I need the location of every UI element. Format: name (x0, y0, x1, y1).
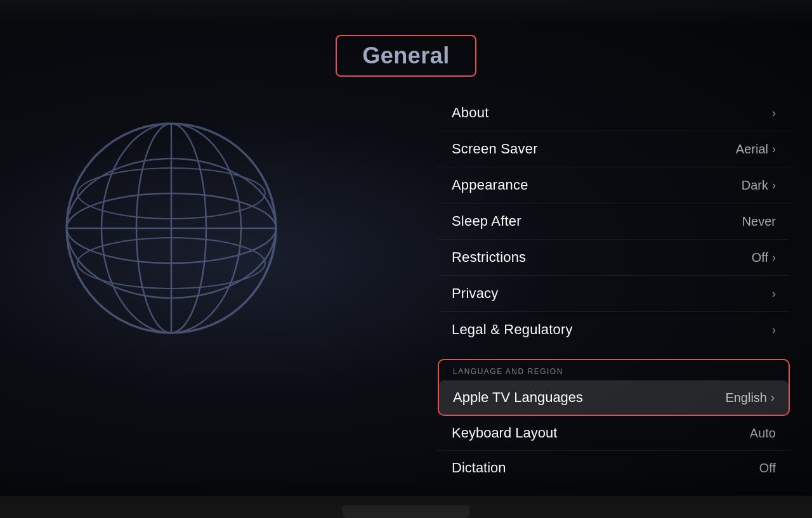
appletv-languages-value: English (725, 391, 767, 405)
keyboard-layout-label: Keyboard Layout (452, 425, 557, 441)
menu-item-sleep-right: Never (742, 214, 776, 229)
menu-item-sleep[interactable]: Sleep After Never (438, 204, 790, 240)
appletv-languages-chevron-icon: › (771, 391, 775, 405)
keyboard-layout-value: Auto (750, 426, 776, 441)
dictation-label: Dictation (452, 460, 506, 476)
menu-item-legal-label: Legal & Regulatory (452, 321, 573, 338)
menu-item-legal-right: › (772, 323, 776, 337)
sleep-value: Never (742, 214, 776, 229)
menu-item-appletv-languages[interactable]: Apple TV Languages English › (439, 380, 789, 415)
globe-illustration (51, 108, 292, 349)
language-section-title: LANGUAGE AND REGION (453, 367, 563, 376)
privacy-chevron-icon: › (772, 287, 776, 301)
appletv-languages-right: English › (725, 391, 775, 405)
menu-item-privacy[interactable]: Privacy › (438, 276, 790, 312)
menu-item-restrictions-right: Off › (752, 250, 776, 265)
appearance-value: Dark (742, 178, 768, 193)
menu-item-appearance-right: Dark › (742, 178, 776, 193)
keyboard-layout-item[interactable]: Keyboard Layout Auto (438, 416, 790, 451)
menu-item-privacy-right: › (772, 287, 776, 301)
menu-item-about-right: › (772, 107, 776, 120)
menu-item-about-label: About (452, 105, 489, 121)
menu-item-appearance[interactable]: Appearance Dark › (438, 167, 790, 204)
menu-item-sleep-label: Sleep After (452, 213, 521, 230)
tv-screen: General About › Screen Saver Aerial › Ap… (0, 0, 812, 518)
settings-menu: About › Screen Saver Aerial › Appearance… (438, 95, 790, 485)
menu-item-screensaver-right: Aerial › (736, 142, 776, 157)
page-title-wrapper: General (336, 35, 476, 77)
screensaver-value: Aerial (736, 142, 768, 157)
language-region-section: LANGUAGE AND REGION Apple TV Languages E… (438, 359, 790, 416)
language-section-header: LANGUAGE AND REGION (439, 360, 789, 380)
tv-stand (343, 505, 469, 518)
restrictions-chevron-icon: › (772, 251, 776, 264)
menu-item-privacy-label: Privacy (452, 285, 499, 302)
dictation-item[interactable]: Dictation Off (438, 451, 790, 485)
appearance-chevron-icon: › (772, 179, 776, 192)
page-title: General (336, 35, 476, 77)
menu-item-appearance-label: Appearance (452, 177, 528, 193)
about-chevron-icon: › (772, 107, 776, 120)
legal-chevron-icon: › (772, 323, 776, 337)
menu-item-legal[interactable]: Legal & Regulatory › (438, 312, 790, 347)
dictation-value: Off (759, 461, 776, 476)
restrictions-value: Off (752, 250, 768, 265)
screensaver-chevron-icon: › (772, 143, 776, 156)
menu-item-screensaver-label: Screen Saver (452, 141, 538, 157)
menu-item-screensaver[interactable]: Screen Saver Aerial › (438, 131, 790, 167)
menu-item-restrictions-label: Restrictions (452, 249, 526, 266)
appletv-languages-label: Apple TV Languages (453, 389, 583, 406)
menu-item-restrictions[interactable]: Restrictions Off › (438, 240, 790, 276)
tv-bezel-bottom (0, 496, 812, 518)
menu-item-about[interactable]: About › (438, 95, 790, 131)
